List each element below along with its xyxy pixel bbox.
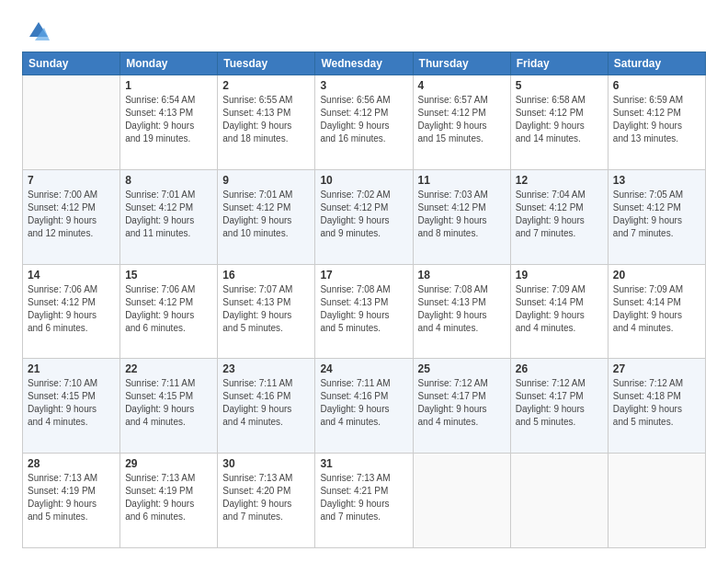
day-info: Sunrise: 7:13 AMSunset: 4:19 PMDaylight:… [28,472,115,523]
day-info: Sunrise: 7:13 AMSunset: 4:19 PMDaylight:… [125,472,212,523]
day-info: Sunrise: 6:57 AMSunset: 4:12 PMDaylight:… [418,94,506,145]
day-info: Sunrise: 7:06 AMSunset: 4:12 PMDaylight:… [28,283,115,335]
day-info: Sunrise: 6:58 AMSunset: 4:12 PMDaylight:… [516,94,603,145]
calendar-cell [23,75,120,170]
day-info: Sunrise: 7:11 AMSunset: 4:16 PMDaylight:… [222,377,310,429]
day-number: 1 [125,79,212,92]
day-number: 2 [222,79,310,92]
calendar-table: SundayMondayTuesdayWednesdayThursdayFrid… [22,52,706,548]
day-number: 8 [125,174,212,187]
calendar-cell: 27Sunrise: 7:12 AMSunset: 4:18 PMDayligh… [608,359,705,454]
day-number: 7 [28,174,115,187]
day-number: 30 [222,457,310,470]
day-number: 4 [418,79,506,92]
calendar-cell: 31Sunrise: 7:13 AMSunset: 4:21 PMDayligh… [315,454,413,548]
calendar-cell: 2Sunrise: 6:55 AMSunset: 4:13 PMDaylight… [218,75,315,170]
day-number: 5 [516,79,603,92]
day-number: 25 [418,362,506,375]
day-info: Sunrise: 7:11 AMSunset: 4:16 PMDaylight:… [320,377,407,429]
calendar-cell: 11Sunrise: 7:03 AMSunset: 4:12 PMDayligh… [413,169,510,264]
day-number: 22 [125,362,212,375]
calendar-week-row: 14Sunrise: 7:06 AMSunset: 4:12 PMDayligh… [23,264,706,359]
calendar-cell: 25Sunrise: 7:12 AMSunset: 4:17 PMDayligh… [413,359,510,454]
calendar-cell: 21Sunrise: 7:10 AMSunset: 4:15 PMDayligh… [23,359,120,454]
day-number: 20 [613,269,700,282]
calendar-cell: 7Sunrise: 7:00 AMSunset: 4:12 PMDaylight… [23,169,120,264]
logo-icon [26,18,51,44]
day-info: Sunrise: 7:01 AMSunset: 4:12 PMDaylight:… [125,189,212,240]
day-number: 23 [222,362,310,375]
calendar-cell: 19Sunrise: 7:09 AMSunset: 4:14 PMDayligh… [510,264,608,359]
calendar-cell: 6Sunrise: 6:59 AMSunset: 4:12 PMDaylight… [608,75,705,170]
logo [22,18,51,44]
day-number: 9 [222,174,310,187]
weekday-header-sunday: Sunday [23,52,120,75]
weekday-header-saturday: Saturday [608,52,705,75]
day-info: Sunrise: 7:02 AMSunset: 4:12 PMDaylight:… [320,189,407,240]
calendar-cell: 1Sunrise: 6:54 AMSunset: 4:13 PMDaylight… [120,75,218,170]
day-number: 27 [613,362,700,375]
day-info: Sunrise: 7:12 AMSunset: 4:17 PMDaylight:… [516,377,603,429]
day-info: Sunrise: 6:59 AMSunset: 4:12 PMDaylight:… [613,94,700,145]
day-info: Sunrise: 7:12 AMSunset: 4:17 PMDaylight:… [418,377,506,429]
day-info: Sunrise: 7:12 AMSunset: 4:18 PMDaylight:… [613,377,700,429]
day-number: 11 [418,174,506,187]
calendar-cell: 17Sunrise: 7:08 AMSunset: 4:13 PMDayligh… [315,264,413,359]
day-number: 24 [320,362,407,375]
day-info: Sunrise: 6:54 AMSunset: 4:13 PMDaylight:… [125,94,212,145]
day-number: 12 [516,174,603,187]
day-number: 29 [125,457,212,470]
day-number: 15 [125,269,212,282]
day-number: 13 [613,174,700,187]
day-info: Sunrise: 7:08 AMSunset: 4:13 PMDaylight:… [418,283,506,335]
header [22,18,706,44]
calendar-cell: 29Sunrise: 7:13 AMSunset: 4:19 PMDayligh… [120,454,218,548]
calendar-cell: 18Sunrise: 7:08 AMSunset: 4:13 PMDayligh… [413,264,510,359]
calendar-week-row: 7Sunrise: 7:00 AMSunset: 4:12 PMDaylight… [23,169,706,264]
weekday-header-friday: Friday [510,52,608,75]
calendar-cell: 12Sunrise: 7:04 AMSunset: 4:12 PMDayligh… [510,169,608,264]
weekday-header-monday: Monday [120,52,218,75]
day-number: 16 [222,269,310,282]
day-info: Sunrise: 6:56 AMSunset: 4:12 PMDaylight:… [320,94,407,145]
calendar-cell: 14Sunrise: 7:06 AMSunset: 4:12 PMDayligh… [23,264,120,359]
weekday-header-thursday: Thursday [413,52,510,75]
day-info: Sunrise: 7:07 AMSunset: 4:13 PMDaylight:… [222,283,310,335]
calendar-cell [510,454,608,548]
day-info: Sunrise: 7:04 AMSunset: 4:12 PMDaylight:… [516,189,603,240]
day-info: Sunrise: 7:01 AMSunset: 4:12 PMDaylight:… [222,189,310,240]
calendar-week-row: 28Sunrise: 7:13 AMSunset: 4:19 PMDayligh… [23,454,706,548]
calendar-cell: 16Sunrise: 7:07 AMSunset: 4:13 PMDayligh… [218,264,315,359]
day-info: Sunrise: 7:11 AMSunset: 4:15 PMDaylight:… [125,377,212,429]
calendar-cell: 3Sunrise: 6:56 AMSunset: 4:12 PMDaylight… [315,75,413,170]
day-number: 28 [28,457,115,470]
calendar-week-row: 21Sunrise: 7:10 AMSunset: 4:15 PMDayligh… [23,359,706,454]
calendar-cell: 13Sunrise: 7:05 AMSunset: 4:12 PMDayligh… [608,169,705,264]
day-info: Sunrise: 7:03 AMSunset: 4:12 PMDaylight:… [418,189,506,240]
day-number: 31 [320,457,407,470]
day-number: 26 [516,362,603,375]
day-number: 6 [613,79,700,92]
day-number: 21 [28,362,115,375]
day-info: Sunrise: 7:05 AMSunset: 4:12 PMDaylight:… [613,189,700,240]
day-number: 3 [320,79,407,92]
calendar-cell [608,454,705,548]
day-number: 19 [516,269,603,282]
day-number: 18 [418,269,506,282]
weekday-header-tuesday: Tuesday [218,52,315,75]
day-info: Sunrise: 7:09 AMSunset: 4:14 PMDaylight:… [516,283,603,335]
calendar-cell: 9Sunrise: 7:01 AMSunset: 4:12 PMDaylight… [218,169,315,264]
calendar-cell: 5Sunrise: 6:58 AMSunset: 4:12 PMDaylight… [510,75,608,170]
calendar-cell: 28Sunrise: 7:13 AMSunset: 4:19 PMDayligh… [23,454,120,548]
calendar-cell [413,454,510,548]
day-number: 17 [320,269,407,282]
calendar-cell: 4Sunrise: 6:57 AMSunset: 4:12 PMDaylight… [413,75,510,170]
day-info: Sunrise: 7:10 AMSunset: 4:15 PMDaylight:… [28,377,115,429]
day-info: Sunrise: 7:13 AMSunset: 4:20 PMDaylight:… [222,472,310,523]
calendar-cell: 26Sunrise: 7:12 AMSunset: 4:17 PMDayligh… [510,359,608,454]
weekday-header-row: SundayMondayTuesdayWednesdayThursdayFrid… [23,52,706,75]
day-info: Sunrise: 7:00 AMSunset: 4:12 PMDaylight:… [28,189,115,240]
weekday-header-wednesday: Wednesday [315,52,413,75]
day-info: Sunrise: 7:08 AMSunset: 4:13 PMDaylight:… [320,283,407,335]
calendar-cell: 15Sunrise: 7:06 AMSunset: 4:12 PMDayligh… [120,264,218,359]
